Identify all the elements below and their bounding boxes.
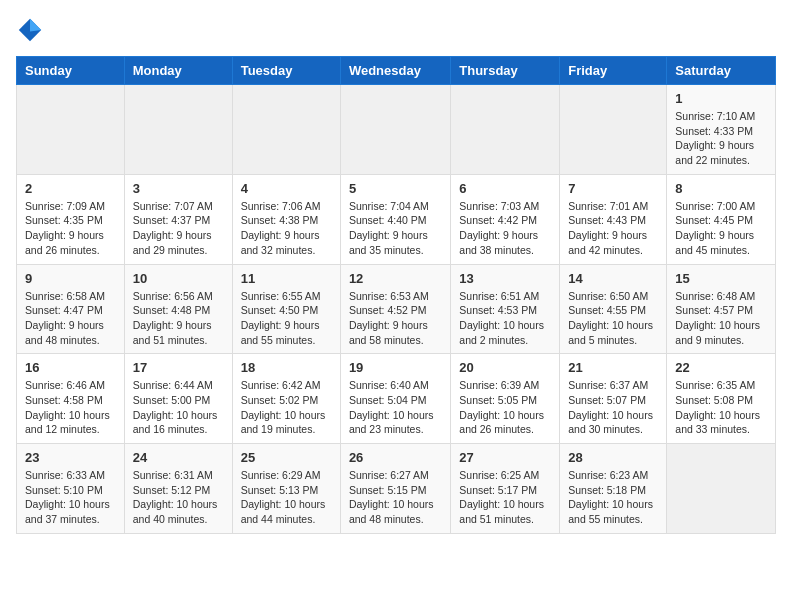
calendar-cell: 13Sunrise: 6:51 AM Sunset: 4:53 PM Dayli… <box>451 264 560 354</box>
day-header-thursday: Thursday <box>451 57 560 85</box>
calendar-cell <box>560 85 667 175</box>
day-number: 14 <box>568 271 658 286</box>
day-number: 19 <box>349 360 442 375</box>
calendar-header: SundayMondayTuesdayWednesdayThursdayFrid… <box>17 57 776 85</box>
calendar-cell: 7Sunrise: 7:01 AM Sunset: 4:43 PM Daylig… <box>560 174 667 264</box>
day-info: Sunrise: 7:00 AM Sunset: 4:45 PM Dayligh… <box>675 199 767 258</box>
calendar-cell: 1Sunrise: 7:10 AM Sunset: 4:33 PM Daylig… <box>667 85 776 175</box>
calendar-cell: 21Sunrise: 6:37 AM Sunset: 5:07 PM Dayli… <box>560 354 667 444</box>
day-info: Sunrise: 6:33 AM Sunset: 5:10 PM Dayligh… <box>25 468 116 527</box>
calendar-cell <box>124 85 232 175</box>
day-number: 7 <box>568 181 658 196</box>
calendar-cell: 27Sunrise: 6:25 AM Sunset: 5:17 PM Dayli… <box>451 444 560 534</box>
page-header <box>16 16 776 44</box>
day-number: 13 <box>459 271 551 286</box>
day-info: Sunrise: 6:31 AM Sunset: 5:12 PM Dayligh… <box>133 468 224 527</box>
day-number: 26 <box>349 450 442 465</box>
day-info: Sunrise: 6:42 AM Sunset: 5:02 PM Dayligh… <box>241 378 332 437</box>
calendar-week-0: 1Sunrise: 7:10 AM Sunset: 4:33 PM Daylig… <box>17 85 776 175</box>
calendar-cell: 22Sunrise: 6:35 AM Sunset: 5:08 PM Dayli… <box>667 354 776 444</box>
calendar-cell: 17Sunrise: 6:44 AM Sunset: 5:00 PM Dayli… <box>124 354 232 444</box>
day-info: Sunrise: 6:27 AM Sunset: 5:15 PM Dayligh… <box>349 468 442 527</box>
day-info: Sunrise: 6:44 AM Sunset: 5:00 PM Dayligh… <box>133 378 224 437</box>
day-info: Sunrise: 7:06 AM Sunset: 4:38 PM Dayligh… <box>241 199 332 258</box>
day-info: Sunrise: 6:56 AM Sunset: 4:48 PM Dayligh… <box>133 289 224 348</box>
calendar-cell: 19Sunrise: 6:40 AM Sunset: 5:04 PM Dayli… <box>340 354 450 444</box>
day-info: Sunrise: 6:40 AM Sunset: 5:04 PM Dayligh… <box>349 378 442 437</box>
day-header-sunday: Sunday <box>17 57 125 85</box>
day-number: 8 <box>675 181 767 196</box>
day-header-wednesday: Wednesday <box>340 57 450 85</box>
day-number: 12 <box>349 271 442 286</box>
calendar-cell: 15Sunrise: 6:48 AM Sunset: 4:57 PM Dayli… <box>667 264 776 354</box>
day-number: 3 <box>133 181 224 196</box>
day-number: 27 <box>459 450 551 465</box>
day-info: Sunrise: 6:51 AM Sunset: 4:53 PM Dayligh… <box>459 289 551 348</box>
day-number: 16 <box>25 360 116 375</box>
day-info: Sunrise: 6:58 AM Sunset: 4:47 PM Dayligh… <box>25 289 116 348</box>
day-number: 24 <box>133 450 224 465</box>
day-info: Sunrise: 7:07 AM Sunset: 4:37 PM Dayligh… <box>133 199 224 258</box>
calendar-cell: 9Sunrise: 6:58 AM Sunset: 4:47 PM Daylig… <box>17 264 125 354</box>
day-header-monday: Monday <box>124 57 232 85</box>
day-number: 5 <box>349 181 442 196</box>
calendar-cell: 14Sunrise: 6:50 AM Sunset: 4:55 PM Dayli… <box>560 264 667 354</box>
day-header-friday: Friday <box>560 57 667 85</box>
day-info: Sunrise: 6:48 AM Sunset: 4:57 PM Dayligh… <box>675 289 767 348</box>
day-number: 25 <box>241 450 332 465</box>
calendar-cell: 3Sunrise: 7:07 AM Sunset: 4:37 PM Daylig… <box>124 174 232 264</box>
days-of-week-row: SundayMondayTuesdayWednesdayThursdayFrid… <box>17 57 776 85</box>
calendar-body: 1Sunrise: 7:10 AM Sunset: 4:33 PM Daylig… <box>17 85 776 534</box>
day-info: Sunrise: 6:25 AM Sunset: 5:17 PM Dayligh… <box>459 468 551 527</box>
day-number: 23 <box>25 450 116 465</box>
day-number: 17 <box>133 360 224 375</box>
calendar-cell <box>340 85 450 175</box>
day-number: 4 <box>241 181 332 196</box>
day-info: Sunrise: 6:29 AM Sunset: 5:13 PM Dayligh… <box>241 468 332 527</box>
day-info: Sunrise: 7:01 AM Sunset: 4:43 PM Dayligh… <box>568 199 658 258</box>
calendar-cell: 2Sunrise: 7:09 AM Sunset: 4:35 PM Daylig… <box>17 174 125 264</box>
calendar-cell: 11Sunrise: 6:55 AM Sunset: 4:50 PM Dayli… <box>232 264 340 354</box>
svg-marker-1 <box>30 19 41 32</box>
day-info: Sunrise: 6:37 AM Sunset: 5:07 PM Dayligh… <box>568 378 658 437</box>
calendar-cell: 28Sunrise: 6:23 AM Sunset: 5:18 PM Dayli… <box>560 444 667 534</box>
day-header-tuesday: Tuesday <box>232 57 340 85</box>
calendar-cell: 23Sunrise: 6:33 AM Sunset: 5:10 PM Dayli… <box>17 444 125 534</box>
calendar-week-1: 2Sunrise: 7:09 AM Sunset: 4:35 PM Daylig… <box>17 174 776 264</box>
day-number: 15 <box>675 271 767 286</box>
day-info: Sunrise: 6:35 AM Sunset: 5:08 PM Dayligh… <box>675 378 767 437</box>
calendar-cell: 10Sunrise: 6:56 AM Sunset: 4:48 PM Dayli… <box>124 264 232 354</box>
calendar-cell <box>232 85 340 175</box>
calendar-week-2: 9Sunrise: 6:58 AM Sunset: 4:47 PM Daylig… <box>17 264 776 354</box>
calendar-cell: 12Sunrise: 6:53 AM Sunset: 4:52 PM Dayli… <box>340 264 450 354</box>
day-number: 22 <box>675 360 767 375</box>
calendar-cell: 25Sunrise: 6:29 AM Sunset: 5:13 PM Dayli… <box>232 444 340 534</box>
calendar-week-4: 23Sunrise: 6:33 AM Sunset: 5:10 PM Dayli… <box>17 444 776 534</box>
calendar-cell <box>667 444 776 534</box>
day-number: 21 <box>568 360 658 375</box>
calendar-cell: 6Sunrise: 7:03 AM Sunset: 4:42 PM Daylig… <box>451 174 560 264</box>
day-info: Sunrise: 7:10 AM Sunset: 4:33 PM Dayligh… <box>675 109 767 168</box>
calendar-cell: 16Sunrise: 6:46 AM Sunset: 4:58 PM Dayli… <box>17 354 125 444</box>
day-header-saturday: Saturday <box>667 57 776 85</box>
day-info: Sunrise: 7:04 AM Sunset: 4:40 PM Dayligh… <box>349 199 442 258</box>
day-info: Sunrise: 6:46 AM Sunset: 4:58 PM Dayligh… <box>25 378 116 437</box>
calendar-cell: 18Sunrise: 6:42 AM Sunset: 5:02 PM Dayli… <box>232 354 340 444</box>
calendar-week-3: 16Sunrise: 6:46 AM Sunset: 4:58 PM Dayli… <box>17 354 776 444</box>
day-info: Sunrise: 6:50 AM Sunset: 4:55 PM Dayligh… <box>568 289 658 348</box>
day-number: 1 <box>675 91 767 106</box>
day-info: Sunrise: 7:09 AM Sunset: 4:35 PM Dayligh… <box>25 199 116 258</box>
calendar-cell: 4Sunrise: 7:06 AM Sunset: 4:38 PM Daylig… <box>232 174 340 264</box>
calendar-cell: 26Sunrise: 6:27 AM Sunset: 5:15 PM Dayli… <box>340 444 450 534</box>
day-number: 10 <box>133 271 224 286</box>
calendar-cell: 8Sunrise: 7:00 AM Sunset: 4:45 PM Daylig… <box>667 174 776 264</box>
day-info: Sunrise: 7:03 AM Sunset: 4:42 PM Dayligh… <box>459 199 551 258</box>
day-info: Sunrise: 6:39 AM Sunset: 5:05 PM Dayligh… <box>459 378 551 437</box>
day-number: 20 <box>459 360 551 375</box>
day-number: 2 <box>25 181 116 196</box>
calendar-cell <box>451 85 560 175</box>
day-number: 18 <box>241 360 332 375</box>
day-number: 6 <box>459 181 551 196</box>
day-number: 11 <box>241 271 332 286</box>
day-number: 28 <box>568 450 658 465</box>
